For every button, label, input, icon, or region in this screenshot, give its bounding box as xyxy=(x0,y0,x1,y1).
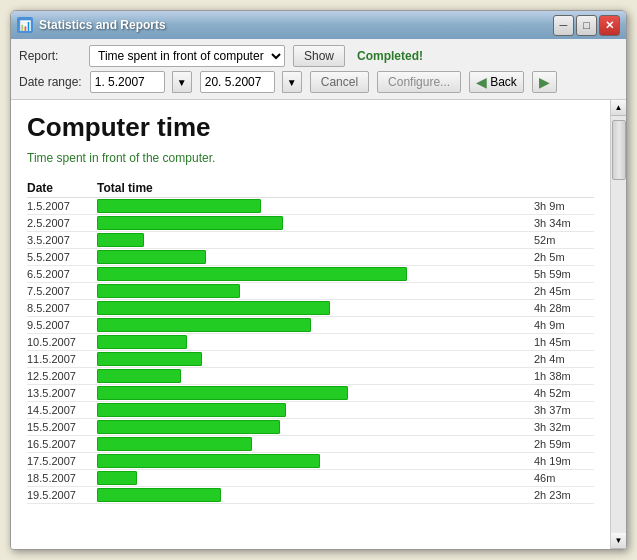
bar-container xyxy=(97,386,534,400)
col-header-value xyxy=(534,179,594,198)
time-cell: 3h 9m xyxy=(534,198,594,215)
time-bar xyxy=(97,318,311,332)
time-cell: 3h 32m xyxy=(534,419,594,436)
table-row: 1.5.2007 3h 9m xyxy=(27,198,594,215)
time-cell: 2h 45m xyxy=(534,283,594,300)
time-cell: 46m xyxy=(534,470,594,487)
time-bar xyxy=(97,233,144,247)
bar-cell xyxy=(97,470,534,487)
time-cell: 4h 9m xyxy=(534,317,594,334)
date-cell: 7.5.2007 xyxy=(27,283,97,300)
time-cell: 3h 37m xyxy=(534,402,594,419)
time-cell: 2h 59m xyxy=(534,436,594,453)
time-bar xyxy=(97,471,137,485)
date-from-input[interactable] xyxy=(90,71,165,93)
configure-button[interactable]: Configure... xyxy=(377,71,461,93)
bar-container xyxy=(97,267,534,281)
time-cell: 2h 23m xyxy=(534,487,594,504)
bar-cell xyxy=(97,368,534,385)
back-button[interactable]: ◀ Back xyxy=(469,71,524,93)
col-header-time: Total time xyxy=(97,179,534,198)
time-bar xyxy=(97,352,202,366)
bar-container xyxy=(97,420,534,434)
date-cell: 16.5.2007 xyxy=(27,436,97,453)
forward-button[interactable]: ▶ xyxy=(532,71,557,93)
main-window: 📊 Statistics and Reports ─ □ ✕ Report: T… xyxy=(10,10,627,550)
scrollbar[interactable]: ▲ ▼ xyxy=(610,100,626,549)
date-cell: 18.5.2007 xyxy=(27,470,97,487)
window-controls: ─ □ ✕ xyxy=(553,15,620,36)
table-row: 3.5.2007 52m xyxy=(27,232,594,249)
date-cell: 13.5.2007 xyxy=(27,385,97,402)
status-text: Completed! xyxy=(357,49,423,63)
toolbar-row-1: Report: Time spent in front of computer … xyxy=(19,45,618,67)
date-cell: 1.5.2007 xyxy=(27,198,97,215)
chart-table: Date Total time 1.5.2007 3h 9m 2.5.2007 xyxy=(27,179,594,504)
date-from-picker[interactable]: ▼ xyxy=(172,71,192,93)
bar-container xyxy=(97,437,534,451)
scroll-down-button[interactable]: ▼ xyxy=(611,533,627,549)
report-select[interactable]: Time spent in front of computer xyxy=(89,45,285,67)
bar-cell xyxy=(97,453,534,470)
date-cell: 11.5.2007 xyxy=(27,351,97,368)
title-bar: 📊 Statistics and Reports ─ □ ✕ xyxy=(11,11,626,39)
table-row: 8.5.2007 4h 28m xyxy=(27,300,594,317)
close-button[interactable]: ✕ xyxy=(599,15,620,36)
date-cell: 2.5.2007 xyxy=(27,215,97,232)
scroll-track[interactable] xyxy=(611,116,626,533)
bar-cell xyxy=(97,215,534,232)
bar-container xyxy=(97,454,534,468)
bar-cell xyxy=(97,351,534,368)
table-row: 18.5.2007 46m xyxy=(27,470,594,487)
date-cell: 10.5.2007 xyxy=(27,334,97,351)
maximize-button[interactable]: □ xyxy=(576,15,597,36)
bar-cell xyxy=(97,487,534,504)
bar-cell xyxy=(97,266,534,283)
cancel-button[interactable]: Cancel xyxy=(310,71,369,93)
table-row: 7.5.2007 2h 45m xyxy=(27,283,594,300)
table-row: 16.5.2007 2h 59m xyxy=(27,436,594,453)
time-bar xyxy=(97,301,330,315)
forward-arrow-icon: ▶ xyxy=(539,74,550,90)
date-cell: 19.5.2007 xyxy=(27,487,97,504)
table-row: 2.5.2007 3h 34m xyxy=(27,215,594,232)
time-bar xyxy=(97,454,320,468)
time-bar xyxy=(97,369,181,383)
date-cell: 5.5.2007 xyxy=(27,249,97,266)
time-bar xyxy=(97,437,252,451)
bar-container xyxy=(97,471,534,485)
date-to-input[interactable] xyxy=(200,71,275,93)
bar-container xyxy=(97,284,534,298)
toolbar: Report: Time spent in front of computer … xyxy=(11,39,626,100)
bar-cell xyxy=(97,283,534,300)
table-row: 17.5.2007 4h 19m xyxy=(27,453,594,470)
time-bar xyxy=(97,488,221,502)
date-to-picker[interactable]: ▼ xyxy=(282,71,302,93)
bar-container xyxy=(97,250,534,264)
bar-cell xyxy=(97,385,534,402)
show-button[interactable]: Show xyxy=(293,45,345,67)
date-cell: 15.5.2007 xyxy=(27,419,97,436)
time-cell: 1h 38m xyxy=(534,368,594,385)
time-cell: 4h 19m xyxy=(534,453,594,470)
bar-container xyxy=(97,352,534,366)
bar-cell xyxy=(97,300,534,317)
bar-cell xyxy=(97,249,534,266)
scroll-thumb[interactable] xyxy=(612,120,626,180)
table-row: 14.5.2007 3h 37m xyxy=(27,402,594,419)
minimize-button[interactable]: ─ xyxy=(553,15,574,36)
bar-container xyxy=(97,335,534,349)
table-row: 6.5.2007 5h 59m xyxy=(27,266,594,283)
bar-cell xyxy=(97,334,534,351)
bar-container xyxy=(97,199,534,213)
time-bar xyxy=(97,199,261,213)
scroll-up-button[interactable]: ▲ xyxy=(611,100,627,116)
report-content[interactable]: Computer time Time spent in front of the… xyxy=(11,100,610,549)
bar-container xyxy=(97,233,534,247)
table-row: 5.5.2007 2h 5m xyxy=(27,249,594,266)
bar-container xyxy=(97,369,534,383)
table-row: 19.5.2007 2h 23m xyxy=(27,487,594,504)
time-cell: 2h 4m xyxy=(534,351,594,368)
table-row: 12.5.2007 1h 38m xyxy=(27,368,594,385)
content-area: Computer time Time spent in front of the… xyxy=(11,100,626,549)
